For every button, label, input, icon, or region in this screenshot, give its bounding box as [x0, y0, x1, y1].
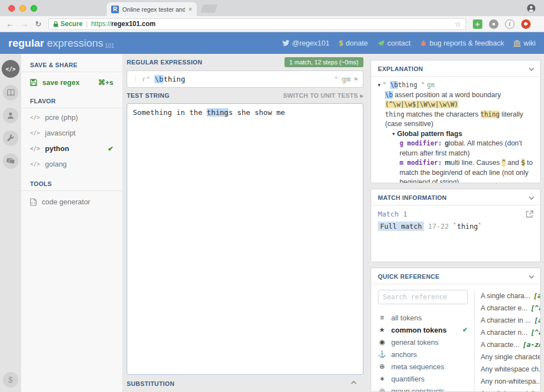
reference-categories: ≡all tokens ★common tokens✔ ◉general tok…	[378, 311, 468, 392]
app-header: regular expressions 101 @regex101 $ dona…	[0, 32, 544, 54]
account-rail-button[interactable]	[3, 108, 18, 123]
match-information-panel: MATCH INFORMATION Match 1 Full match 17-…	[371, 189, 541, 262]
token-row[interactable]: A character in ...[a-z]	[481, 314, 533, 326]
match-steps-badge: 1 match, 12 steps (~0ms)	[285, 57, 363, 67]
secure-indicator[interactable]: Secure	[53, 20, 83, 28]
full-match-row[interactable]: Full match 17-22 `thing`	[378, 222, 533, 231]
token-row[interactable]: A characte...[a-zA-Z]	[481, 339, 533, 351]
check-icon: ✔	[108, 145, 113, 153]
brand-logo[interactable]: regular expressions 101	[8, 37, 114, 49]
category-quantifiers[interactable]: ∗quantifiers	[378, 373, 468, 385]
category-anchors[interactable]: ⚓anchors	[378, 348, 468, 360]
token-row[interactable]: Any whitespace ch...\s	[481, 363, 533, 375]
pattern-line[interactable]: ▾" \bthing " gm	[378, 81, 533, 91]
flavor-python[interactable]: </> python ✔	[21, 139, 122, 155]
reload-button[interactable]: ↻	[35, 20, 42, 28]
star-icon: ★	[378, 326, 386, 334]
match-range: 17-22	[428, 222, 449, 230]
settings-rail-button[interactable]	[3, 130, 18, 146]
regex-input[interactable]: ⋮ r" \b thing " gm ⚑	[127, 71, 363, 88]
twitter-link[interactable]: @regex101	[282, 39, 330, 47]
window-minimize-button[interactable]	[19, 5, 26, 12]
chevron-down-icon[interactable]	[529, 194, 535, 200]
new-tab-button[interactable]	[201, 4, 218, 13]
match-information-header[interactable]: MATCH INFORMATION	[371, 189, 540, 205]
window-close-button[interactable]	[8, 5, 15, 12]
regex-flags[interactable]: gm	[342, 75, 351, 83]
sponsor-rail-button[interactable]: $	[3, 372, 18, 388]
extension-add-icon[interactable]: +	[473, 19, 482, 29]
regex-tester-rail-button[interactable]: </>	[2, 60, 19, 78]
forward-button[interactable]: →	[21, 20, 28, 28]
window-zoom-button[interactable]	[31, 5, 37, 12]
literal-explanation: thing matches the characters thing liter…	[385, 110, 533, 129]
token-row[interactable]: A character n...[^a-z]	[481, 326, 533, 339]
save-regex-button[interactable]: save regex ⌘+s	[21, 72, 122, 91]
category-common-tokens[interactable]: ★common tokens✔	[378, 324, 468, 336]
substitution-bar[interactable]: SUBSTITUTION	[127, 375, 363, 392]
bug-icon	[420, 40, 427, 47]
donate-link[interactable]: $ donate	[339, 39, 368, 47]
code-generator-item[interactable]: code generator	[21, 191, 122, 208]
flavor-javascript[interactable]: </> javascript	[21, 124, 122, 139]
chat-icon	[7, 158, 15, 165]
token-row[interactable]: A single chara...[abc]	[481, 290, 533, 302]
crosshair-icon: ⊕	[378, 363, 386, 370]
asterisk-icon: ∗	[378, 375, 386, 383]
triangle-icon[interactable]: ▾	[392, 131, 395, 137]
chevron-down-icon[interactable]	[529, 66, 535, 71]
tab-close-icon[interactable]: ×	[188, 6, 192, 13]
flavor-golang[interactable]: </> golang	[21, 155, 122, 170]
library-rail-button[interactable]	[3, 85, 18, 100]
explanation-panel: EXPLANATION ▾" \bthing " gm \b assert po…	[371, 60, 541, 183]
bookmark-star-icon[interactable]: ☆	[455, 20, 461, 28]
category-all-tokens[interactable]: ≡all tokens	[378, 311, 468, 324]
paper-plane-icon	[377, 40, 385, 47]
back-button[interactable]: ←	[6, 20, 14, 28]
export-matches-icon[interactable]	[526, 210, 533, 218]
switch-to-unit-tests-button[interactable]: SWITCH TO UNIT TESTS ▸	[283, 92, 363, 99]
category-general-tokens[interactable]: ◉general tokens	[378, 336, 468, 348]
flag-icon[interactable]: ⚑	[354, 76, 358, 83]
browser-tab[interactable]: R Online regex tester and debug ×	[107, 2, 197, 16]
bug-reports-link[interactable]: bug reports & feedback	[420, 39, 504, 47]
check-icon: ✔	[462, 326, 468, 334]
feedback-rail-button[interactable]	[3, 153, 18, 169]
save-shortcut: ⌘+s	[98, 78, 113, 87]
global-flags-line[interactable]: ▾Global pattern flags	[392, 129, 533, 139]
extension-shield-icon[interactable]	[521, 19, 531, 29]
category-group-constructs[interactable]: ◎group constructs	[378, 385, 468, 392]
full-match-label: Full match	[378, 222, 424, 231]
person-icon	[7, 112, 14, 119]
contact-link[interactable]: contact	[377, 39, 411, 47]
code-icon: </>	[30, 145, 40, 152]
extension-info-icon[interactable]: i	[505, 19, 515, 29]
bank-icon	[513, 40, 521, 47]
extension-reel-icon[interactable]	[489, 19, 498, 29]
explanation-header[interactable]: EXPLANATION	[371, 61, 540, 77]
token-row[interactable]: Any digit\d	[481, 388, 533, 392]
match-information-body: Match 1 Full match 17-22 `thing`	[371, 205, 540, 235]
favicon: R	[111, 6, 119, 13]
category-meta-sequences[interactable]: ⊕meta sequences	[378, 360, 468, 373]
test-string-input[interactable]: Something in the things she show me	[127, 103, 363, 375]
icon-rail: </> $	[0, 54, 21, 392]
chevron-down-icon[interactable]	[529, 273, 535, 279]
quick-reference-header[interactable]: QUICK REFERENCE	[371, 268, 540, 284]
editor-column: REGULAR EXPRESSION 1 match, 12 steps (~0…	[122, 54, 367, 392]
triangle-icon[interactable]: ▾	[378, 82, 381, 88]
save-icon	[30, 79, 37, 86]
token-row[interactable]: Any non-whitespa...\S	[481, 375, 533, 388]
flavor-pcre[interactable]: </> pcre (php)	[21, 108, 122, 124]
reference-search-input[interactable]	[378, 290, 468, 304]
drag-handle-icon[interactable]: ⋮	[132, 76, 138, 83]
dollar-icon: $	[8, 375, 13, 384]
wiki-link[interactable]: wiki	[513, 39, 536, 47]
address-bar[interactable]: Secure | https://regex101.com ☆	[48, 18, 466, 30]
browser-profile-icon[interactable]	[527, 4, 536, 13]
token-row[interactable]: A character e...[^abc]	[481, 302, 533, 314]
substitution-title: SUBSTITUTION	[127, 380, 174, 387]
chevron-up-icon[interactable]	[351, 381, 357, 386]
token-row[interactable]: Any single character.	[481, 351, 533, 363]
screen: R Online regex tester and debug × ← → ↻ …	[0, 0, 544, 392]
